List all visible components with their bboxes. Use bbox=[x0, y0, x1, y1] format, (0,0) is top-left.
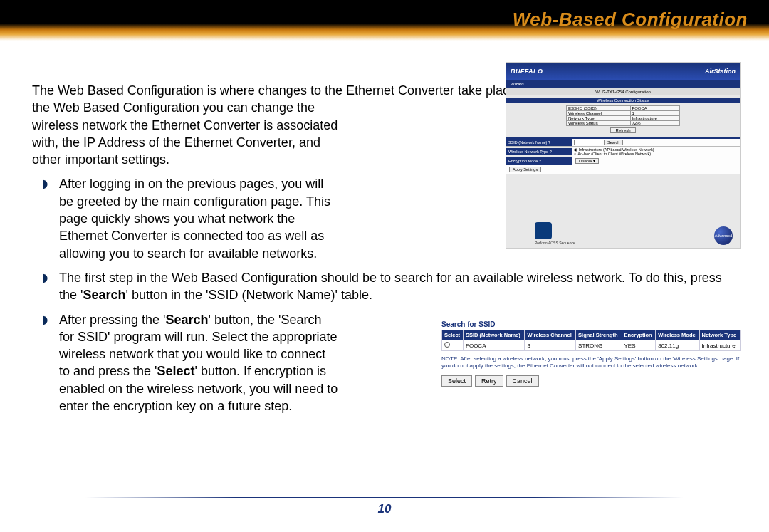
retry-button[interactable]: Retry bbox=[475, 375, 503, 387]
page-title: Web-Based Configuration bbox=[513, 9, 748, 31]
figure-config-screenshot: BUFFALO AirStation Wizard WLI3-TX1-G54 C… bbox=[506, 62, 741, 249]
bullet-icon: ◗ bbox=[42, 312, 48, 328]
figure-search-ssid: Search for SSID Select SSID (Network Nam… bbox=[441, 320, 741, 387]
bullet-2: ◗ The first step in the Web Based Config… bbox=[32, 269, 737, 304]
table-row: Wireless Status72% bbox=[567, 121, 680, 126]
enc-row: Encryption Mode ? Disable ▾ bbox=[506, 157, 740, 165]
bullet-1: ◗ After logging in on the previous pages… bbox=[32, 175, 338, 261]
airstation-logo: AirStation bbox=[705, 68, 736, 75]
table-row: Network TypeInfrastructure bbox=[567, 116, 680, 121]
bullet-icon: ◗ bbox=[42, 270, 48, 286]
bullet-3-pre: After pressing the ' bbox=[59, 313, 166, 327]
advanced-button[interactable]: Advanced bbox=[714, 226, 733, 245]
table-row: ESS-ID (SSID)FOOCA bbox=[567, 106, 680, 111]
brand-logo: BUFFALO bbox=[511, 68, 543, 75]
enc-select[interactable]: Disable ▾ bbox=[575, 158, 599, 164]
fig1-status-title: Wireless Connection Status bbox=[506, 98, 740, 103]
ssid-label: SSID (Network Name) ? bbox=[506, 139, 572, 146]
intro-line-narrow: the Web Based Configuration you can chan… bbox=[32, 99, 338, 168]
table-row: Wireless Channel1 bbox=[567, 111, 680, 116]
refresh-button[interactable]: Refresh bbox=[610, 127, 635, 133]
fig2-note: NOTE: After selecting a wireless network… bbox=[441, 355, 741, 370]
fig1-bottom: Perform AOSS Sequence Advanced bbox=[506, 222, 740, 245]
wizard-label: Wizard bbox=[511, 82, 524, 86]
fig1-status-table: ESS-ID (SSID)FOOCA Wireless Channel1 Net… bbox=[566, 105, 680, 126]
bullet-1-text: After logging in on the previous pages, … bbox=[59, 177, 330, 260]
radio-icon[interactable] bbox=[444, 342, 450, 348]
fig1-settings-block: SSID (Network Name) ? Search Wireless Ne… bbox=[506, 137, 740, 174]
fig2-button-row: Select Retry Cancel bbox=[441, 375, 741, 387]
page-footer: 10 bbox=[0, 497, 769, 517]
apply-row: Apply Settings bbox=[506, 165, 740, 174]
ssid-input[interactable] bbox=[574, 140, 602, 145]
aoss-caption: Perform AOSS Sequence bbox=[535, 241, 575, 245]
fig1-config-title: WLI3-TX1-G54 Configuration bbox=[506, 88, 740, 95]
wnt-row: Wireless Network Type ? ◉Infrastructure … bbox=[506, 147, 740, 157]
wnt-label: Wireless Network Type ? bbox=[506, 148, 572, 155]
cancel-button[interactable]: Cancel bbox=[506, 375, 539, 387]
bullet-3: ◗ After pressing the 'Search' button, th… bbox=[32, 311, 338, 415]
fig2-data-row[interactable]: FOOCA 3 STRONG YES 802.11g Infrastructur… bbox=[442, 340, 741, 351]
apply-settings-button[interactable]: Apply Settings bbox=[509, 167, 541, 172]
footer-rule bbox=[85, 497, 684, 499]
aoss-icon[interactable] bbox=[535, 222, 552, 239]
search-button[interactable]: Search bbox=[604, 140, 623, 145]
page-content: The Web Based Configuration is where cha… bbox=[0, 43, 769, 414]
bullet-icon: ◗ bbox=[42, 176, 48, 192]
fig2-title: Search for SSID bbox=[441, 320, 741, 328]
enc-label: Encryption Mode ? bbox=[506, 157, 572, 165]
bullet-2-text-post: ' button in the 'SSID (Network Name)' ta… bbox=[126, 288, 372, 302]
fig1-wizard-row: Wizard bbox=[506, 80, 740, 88]
ssid-row: SSID (Network Name) ? Search bbox=[506, 139, 740, 147]
fig2-header-row: Select SSID (Network Name) Wireless Chan… bbox=[442, 330, 741, 340]
wnt-opt2[interactable]: ○Ad-hoc (Client to Client Wireless Netwo… bbox=[574, 152, 738, 156]
fig2-radio-cell[interactable] bbox=[442, 340, 464, 351]
page-number: 10 bbox=[0, 502, 769, 516]
select-button[interactable]: Select bbox=[441, 375, 472, 387]
fig1-brandbar: BUFFALO AirStation bbox=[506, 63, 740, 80]
bullet-2-bold: Search bbox=[83, 288, 125, 302]
fig2-table: Select SSID (Network Name) Wireless Chan… bbox=[441, 330, 741, 351]
bullet-3-bold2: Select bbox=[157, 364, 195, 378]
fig1-refresh-wrap: Refresh bbox=[506, 127, 740, 133]
header-bar: Web-Based Configuration bbox=[0, 0, 769, 43]
bullet-3-bold1: Search bbox=[166, 313, 209, 327]
aoss-block: Perform AOSS Sequence bbox=[535, 222, 575, 245]
